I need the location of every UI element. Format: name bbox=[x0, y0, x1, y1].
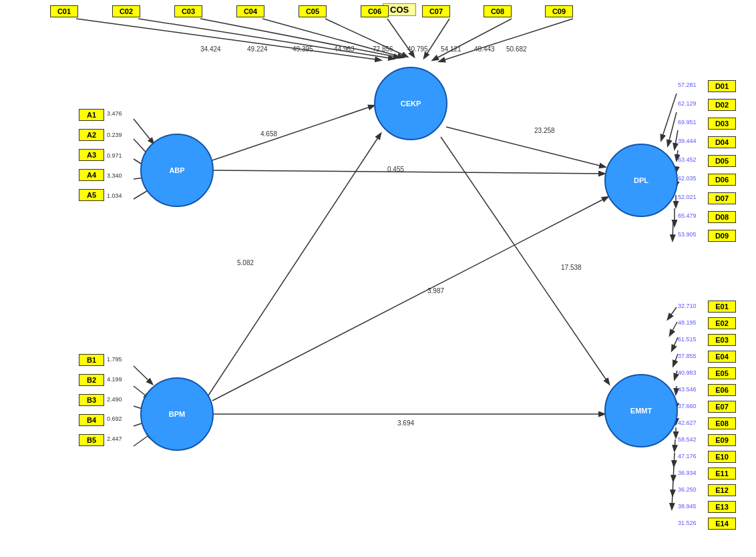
load-e12: 36.250 bbox=[678, 486, 697, 493]
box-d01: D01 bbox=[708, 80, 736, 92]
box-d06: D06 bbox=[708, 174, 736, 186]
path-abp-dpl: 0.455 bbox=[387, 166, 404, 173]
svg-line-39 bbox=[675, 371, 677, 379]
svg-line-47 bbox=[673, 480, 673, 496]
dpl-label: DPL bbox=[634, 176, 648, 184]
svg-line-1 bbox=[138, 19, 394, 59]
svg-line-48 bbox=[672, 493, 673, 509]
svg-line-27 bbox=[668, 112, 677, 146]
loading-c05: 72.856 bbox=[373, 45, 393, 53]
load-e07: 37.660 bbox=[678, 403, 697, 409]
box-a2: A2 bbox=[79, 129, 104, 141]
loading-c02: 49.224 bbox=[247, 45, 268, 53]
box-d03: D03 bbox=[708, 118, 736, 130]
path-abp-cekp: 4.658 bbox=[260, 130, 277, 138]
box-c03: C03 bbox=[174, 5, 202, 17]
load-a5: 1.034 bbox=[107, 192, 122, 199]
box-e09: E09 bbox=[708, 434, 736, 446]
load-d03: 69.951 bbox=[678, 119, 697, 126]
load-a4: 3.340 bbox=[107, 172, 122, 179]
loading-c08: 48.443 bbox=[474, 45, 495, 53]
load-e13: 38.945 bbox=[678, 503, 697, 510]
load-e08: 42.627 bbox=[678, 419, 697, 426]
svg-line-11 bbox=[207, 134, 381, 397]
load-b5: 2.447 bbox=[107, 435, 122, 442]
box-d04: D04 bbox=[708, 136, 736, 148]
svg-line-10 bbox=[214, 170, 604, 174]
load-d04: 39.444 bbox=[678, 138, 697, 144]
box-e14: E14 bbox=[708, 518, 736, 530]
emmt-label: EMMT bbox=[630, 407, 652, 415]
load-e10: 47.176 bbox=[678, 453, 697, 459]
box-b3: B3 bbox=[79, 394, 104, 406]
box-b2: B2 bbox=[79, 374, 104, 386]
box-b4: B4 bbox=[79, 414, 104, 426]
svg-line-38 bbox=[673, 354, 678, 366]
load-b2: 4.199 bbox=[107, 376, 122, 383]
box-a1: A1 bbox=[79, 109, 104, 121]
load-d07: 52.021 bbox=[678, 194, 697, 200]
box-e10: E10 bbox=[708, 451, 736, 463]
svg-line-9 bbox=[212, 106, 374, 160]
svg-line-21 bbox=[134, 366, 152, 384]
box-e05: E05 bbox=[708, 367, 736, 379]
svg-line-34 bbox=[673, 220, 673, 240]
path-bpm-dpl: 3.987 bbox=[427, 287, 444, 295]
loading-c06: 40.795 bbox=[407, 45, 428, 53]
box-a4: A4 bbox=[79, 169, 104, 181]
svg-line-46 bbox=[673, 466, 674, 481]
box-e08: E08 bbox=[708, 417, 736, 429]
svg-line-15 bbox=[441, 137, 609, 384]
load-a3: 0.971 bbox=[107, 152, 122, 159]
box-e01: E01 bbox=[708, 301, 736, 313]
svg-line-35 bbox=[668, 307, 677, 319]
box-e11: E11 bbox=[708, 468, 736, 480]
emmt-circle: EMMT bbox=[604, 374, 678, 447]
box-a3: A3 bbox=[79, 149, 104, 161]
svg-line-7 bbox=[433, 19, 512, 60]
box-e07: E07 bbox=[708, 401, 736, 413]
svg-line-0 bbox=[76, 19, 381, 60]
abp-circle: ABP bbox=[140, 134, 214, 207]
svg-line-16 bbox=[134, 119, 154, 144]
load-e14: 31.526 bbox=[678, 520, 697, 526]
box-b1: B1 bbox=[79, 354, 104, 366]
load-d06: 62.035 bbox=[678, 175, 697, 182]
box-e12: E12 bbox=[708, 484, 736, 496]
load-d09: 53.905 bbox=[678, 231, 697, 238]
box-e04: E04 bbox=[708, 351, 736, 363]
box-c01: C01 bbox=[50, 5, 78, 17]
box-e06: E06 bbox=[708, 384, 736, 396]
box-c02: C02 bbox=[112, 5, 140, 17]
box-e13: E13 bbox=[708, 501, 736, 513]
load-a2: 0.239 bbox=[107, 132, 122, 138]
box-e03: E03 bbox=[708, 334, 736, 346]
load-e03: 61.515 bbox=[678, 336, 697, 343]
loading-c04: 44.963 bbox=[334, 45, 355, 53]
loading-c03: 49.395 bbox=[293, 45, 313, 53]
load-e09: 58.542 bbox=[678, 436, 697, 443]
svg-line-12 bbox=[212, 197, 608, 401]
bpm-circle: BPM bbox=[140, 377, 214, 451]
load-e06: 43.546 bbox=[678, 386, 697, 393]
box-e02: E02 bbox=[708, 317, 736, 329]
path-bpm-emmt: 3.694 bbox=[397, 419, 414, 427]
load-b1: 1.795 bbox=[107, 356, 122, 363]
loading-c09: 50.682 bbox=[506, 45, 527, 53]
path-cekp-dpl: 23.258 bbox=[534, 127, 555, 134]
svg-line-44 bbox=[675, 439, 675, 451]
box-a5: A5 bbox=[79, 189, 104, 201]
load-d05: 63.452 bbox=[678, 156, 697, 163]
load-e05: 40.983 bbox=[678, 369, 697, 376]
load-d02: 62.129 bbox=[678, 100, 697, 107]
svg-line-40 bbox=[676, 386, 677, 394]
load-b3: 2.490 bbox=[107, 396, 122, 403]
load-a1: 3.476 bbox=[107, 110, 122, 117]
svg-line-8 bbox=[439, 19, 573, 61]
svg-line-36 bbox=[670, 322, 677, 335]
load-e02: 48.195 bbox=[678, 319, 697, 326]
box-c08: C08 bbox=[484, 5, 512, 17]
box-c07: C07 bbox=[422, 5, 450, 17]
box-d09: D09 bbox=[708, 230, 736, 242]
svg-line-37 bbox=[672, 337, 678, 351]
